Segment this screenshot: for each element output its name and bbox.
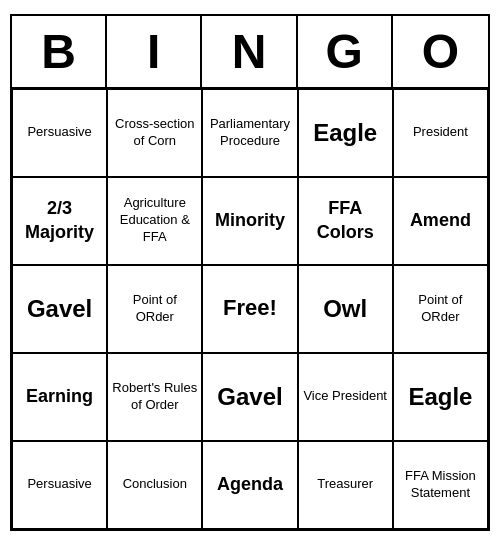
- header-letter-g: G: [298, 16, 393, 87]
- cell-20: Persuasive: [12, 441, 107, 529]
- cell-17: Gavel: [202, 353, 297, 441]
- cell-7: Minority: [202, 177, 297, 265]
- cell-16: Robert's Rules of Order: [107, 353, 202, 441]
- cell-6: Agriculture Education & FFA: [107, 177, 202, 265]
- cell-19: Eagle: [393, 353, 488, 441]
- cell-2: Parliamentary Procedure: [202, 89, 297, 177]
- cell-21: Conclusion: [107, 441, 202, 529]
- cell-0: Persuasive: [12, 89, 107, 177]
- cell-11: Point of ORder: [107, 265, 202, 353]
- cell-23: Treasurer: [298, 441, 393, 529]
- cell-18: Vice President: [298, 353, 393, 441]
- header-letter-i: I: [107, 16, 202, 87]
- bingo-header: BINGO: [12, 16, 488, 89]
- cell-3: Eagle: [298, 89, 393, 177]
- cell-22: Agenda: [202, 441, 297, 529]
- cell-10: Gavel: [12, 265, 107, 353]
- cell-1: Cross-section of Corn: [107, 89, 202, 177]
- bingo-grid: PersuasiveCross-section of CornParliamen…: [12, 89, 488, 529]
- cell-8: FFA Colors: [298, 177, 393, 265]
- cell-13: Owl: [298, 265, 393, 353]
- cell-14: Point of ORder: [393, 265, 488, 353]
- cell-24: FFA Mission Statement: [393, 441, 488, 529]
- cell-15: Earning: [12, 353, 107, 441]
- header-letter-n: N: [202, 16, 297, 87]
- cell-9: Amend: [393, 177, 488, 265]
- header-letter-b: B: [12, 16, 107, 87]
- cell-5: 2/3 Majority: [12, 177, 107, 265]
- cell-12: Free!: [202, 265, 297, 353]
- header-letter-o: O: [393, 16, 488, 87]
- cell-4: President: [393, 89, 488, 177]
- bingo-card: BINGO PersuasiveCross-section of CornPar…: [10, 14, 490, 531]
